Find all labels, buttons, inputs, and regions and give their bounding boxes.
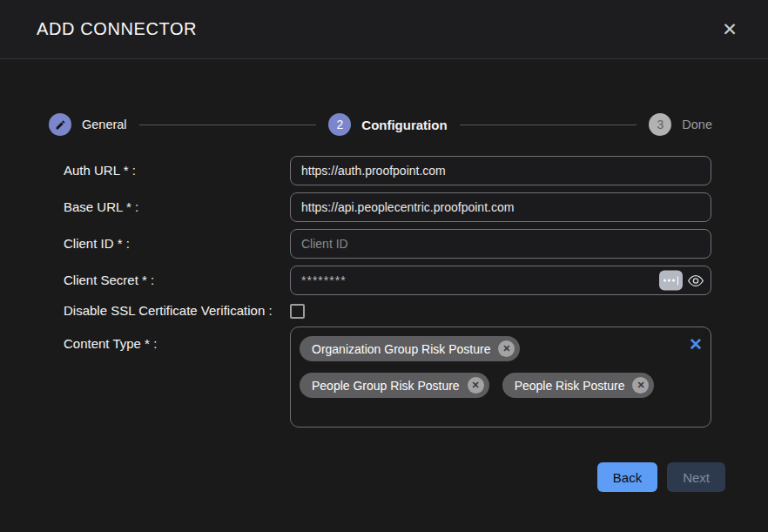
client-secret-label: Client Secret * : bbox=[64, 272, 290, 289]
step-done-label: Done bbox=[682, 118, 712, 131]
pencil-icon bbox=[49, 113, 71, 136]
client-id-input[interactable] bbox=[290, 229, 711, 259]
content-type-row: Content Type * : Organization Group Risk… bbox=[64, 327, 768, 428]
dialog-footer: Back Next bbox=[597, 462, 725, 492]
client-id-row: Client ID * : bbox=[64, 229, 768, 259]
content-type-label: Content Type * : bbox=[64, 327, 290, 353]
back-button[interactable]: Back bbox=[597, 462, 657, 492]
tag-label: Organization Group Risk Posture bbox=[312, 342, 490, 356]
ssl-verification-checkbox[interactable] bbox=[290, 304, 305, 319]
base-url-row: Base URL * : bbox=[64, 192, 768, 222]
tag-remove-icon[interactable]: ✕ bbox=[632, 377, 649, 394]
auth-url-input[interactable] bbox=[290, 156, 711, 185]
wizard-stepper: General 2 Configuration 3 Done bbox=[49, 113, 712, 136]
ssl-verification-row: Disable SSL Certificate Verification : bbox=[64, 302, 768, 320]
auth-url-label: Auth URL * : bbox=[64, 162, 290, 179]
eye-icon[interactable] bbox=[687, 273, 704, 287]
password-reveal-icon[interactable] bbox=[659, 271, 683, 291]
base-url-input[interactable] bbox=[290, 192, 711, 222]
base-url-label: Base URL * : bbox=[64, 199, 290, 216]
step-3-badge: 3 bbox=[649, 113, 671, 136]
client-secret-row: Client Secret * : bbox=[64, 266, 768, 295]
tag-remove-icon[interactable]: ✕ bbox=[468, 377, 484, 394]
step-done: 3 Done bbox=[649, 113, 712, 136]
next-button[interactable]: Next bbox=[667, 462, 725, 492]
client-secret-field bbox=[290, 266, 711, 295]
dialog-header: ADD CONNECTOR ✕ bbox=[0, 0, 768, 59]
secret-field-icons bbox=[659, 271, 704, 291]
tag-people-group-risk-posture: People Group Risk Posture ✕ bbox=[300, 373, 489, 398]
tag-organization-group-risk-posture: Organization Group Risk Posture ✕ bbox=[300, 336, 520, 361]
tag-label: People Group Risk Posture bbox=[312, 379, 460, 393]
step-general-label: General bbox=[82, 118, 127, 131]
step-2-badge: 2 bbox=[328, 113, 351, 136]
close-icon[interactable]: ✕ bbox=[717, 17, 742, 42]
step-general[interactable]: General bbox=[49, 113, 127, 136]
content-type-multiselect[interactable]: Organization Group Risk Posture ✕ People… bbox=[290, 327, 711, 428]
tag-label: People Risk Posture bbox=[515, 379, 625, 393]
auth-url-row: Auth URL * : bbox=[64, 156, 768, 185]
add-connector-dialog: ADD CONNECTOR ✕ General 2 Configuration … bbox=[0, 0, 768, 532]
client-secret-input[interactable] bbox=[290, 266, 711, 295]
stepper-connector-line bbox=[460, 125, 637, 125]
stepper-connector-line bbox=[139, 125, 317, 125]
clear-all-icon[interactable]: ✕ bbox=[689, 336, 703, 353]
tag-row: People Group Risk Posture ✕ People Risk … bbox=[300, 373, 679, 398]
tag-remove-icon[interactable]: ✕ bbox=[498, 340, 515, 357]
tag-people-risk-posture: People Risk Posture ✕ bbox=[502, 373, 655, 398]
step-configuration-label: Configuration bbox=[361, 118, 447, 132]
connector-form: Auth URL * : Base URL * : Client ID * : … bbox=[64, 156, 768, 428]
ssl-verification-label: Disable SSL Certificate Verification : bbox=[64, 302, 290, 320]
dialog-title: ADD CONNECTOR bbox=[37, 19, 197, 39]
client-id-label: Client ID * : bbox=[64, 235, 290, 253]
tag-row: Organization Group Risk Posture ✕ bbox=[300, 336, 679, 361]
step-configuration[interactable]: 2 Configuration bbox=[328, 113, 447, 136]
